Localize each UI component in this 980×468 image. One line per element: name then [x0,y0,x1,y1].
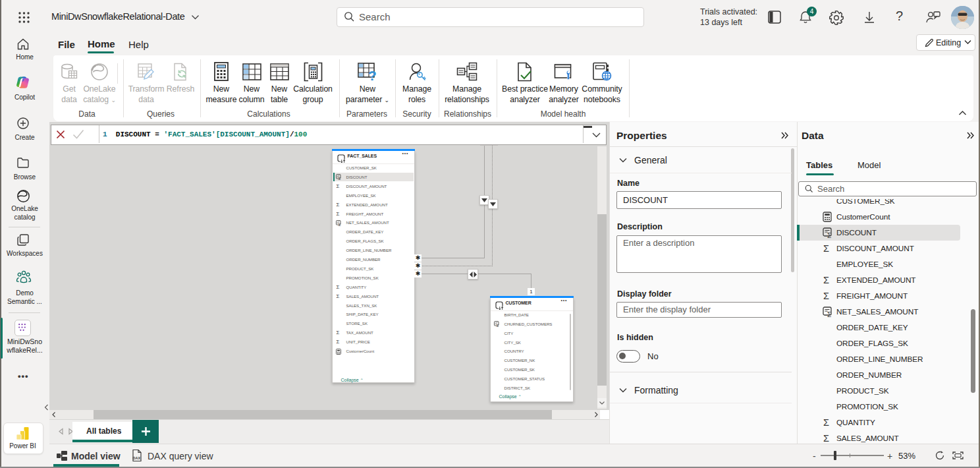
svg-text:Σ: Σ [827,232,831,239]
svg-text:Σ: Σ [338,223,340,226]
svg-text:Σ: Σ [827,311,831,318]
svg-text:Σ: Σ [338,177,340,180]
svg-text:DAX: DAX [133,456,141,460]
svg-text:Σ: Σ [496,324,499,327]
svg-text:?: ? [368,68,377,82]
